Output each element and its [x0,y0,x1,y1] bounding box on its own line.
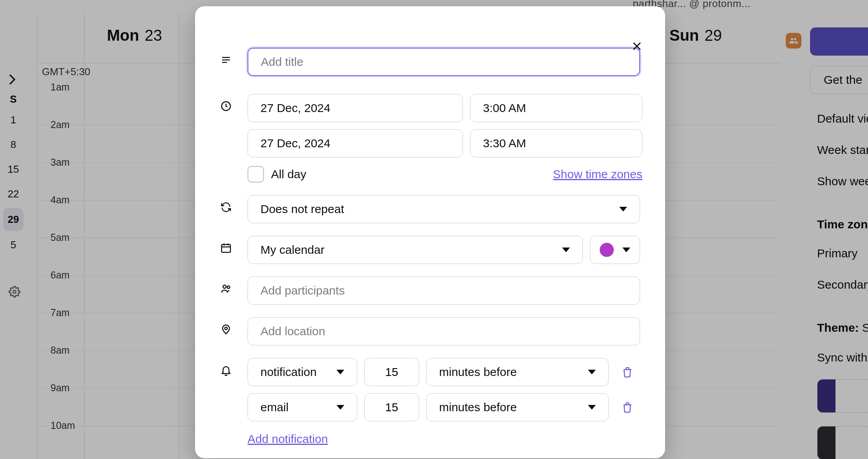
end-time-value: 3:30 AM [483,137,526,150]
notification-row: notification 15 minutes before [248,358,640,386]
add-notification-link[interactable]: Add notification [248,432,328,446]
location-input[interactable] [248,317,640,345]
clock-icon [220,100,232,112]
notification-row: email 15 minutes before [248,393,640,421]
chevron-down-icon [562,248,570,252]
notification-amount-input[interactable]: 15 [364,393,419,421]
end-date-field[interactable]: 27 Dec, 2024 [248,129,463,157]
event-color-select[interactable] [590,236,640,264]
end-time-field[interactable]: 3:30 AM [470,129,642,157]
delete-notification-button[interactable] [616,366,639,378]
svg-rect-2 [222,244,231,252]
participants-input-el[interactable] [260,284,627,297]
svg-point-5 [225,327,228,330]
delete-notification-button[interactable] [616,401,639,414]
all-day-toggle[interactable]: All day [248,166,306,183]
color-dot [600,243,614,257]
end-date-value: 27 Dec, 2024 [260,137,330,150]
calendar-icon [220,242,232,254]
create-event-modal: 27 Dec, 2024 3:00 AM 27 Dec, 2024 3:30 A… [195,6,665,458]
title-icon [220,54,232,66]
start-date-field[interactable]: 27 Dec, 2024 [248,94,463,122]
repeat-select[interactable]: Does not repeat [248,195,640,223]
close-button[interactable] [627,37,646,56]
chevron-down-icon [619,207,627,211]
notification-type-value: notification [260,365,316,379]
calendar-value: My calendar [260,243,324,257]
show-timezones-link[interactable]: Show time zones [553,168,642,181]
notification-unit-value: minutes before [439,365,517,379]
people-icon [220,283,232,295]
event-title-input[interactable] [248,48,640,76]
svg-point-3 [223,285,226,288]
calendar-select[interactable]: My calendar [248,236,583,264]
location-icon [220,323,232,335]
chevron-down-icon [336,370,344,374]
chevron-down-icon [622,248,630,252]
all-day-label: All day [271,168,306,181]
notification-type-value: email [260,401,289,414]
chevron-down-icon [588,405,596,410]
all-day-checkbox[interactable] [248,166,264,183]
start-time-field[interactable]: 3:00 AM [470,94,642,122]
notification-unit-select[interactable]: minutes before [426,358,609,386]
notification-type-select[interactable]: notification [248,358,357,386]
participants-input[interactable] [248,276,640,305]
start-date-value: 27 Dec, 2024 [260,101,330,115]
svg-point-4 [227,286,230,289]
start-time-value: 3:00 AM [483,101,526,115]
repeat-value: Does not repeat [260,202,344,216]
location-input-el[interactable] [260,325,627,338]
notification-type-select[interactable]: email [248,393,357,421]
chevron-down-icon [336,405,344,410]
notification-unit-select[interactable]: minutes before [426,393,609,421]
bell-icon [220,364,232,376]
notification-amount-input[interactable]: 15 [364,358,419,386]
chevron-down-icon [588,370,596,374]
notification-unit-value: minutes before [439,401,517,414]
repeat-icon [220,201,232,213]
